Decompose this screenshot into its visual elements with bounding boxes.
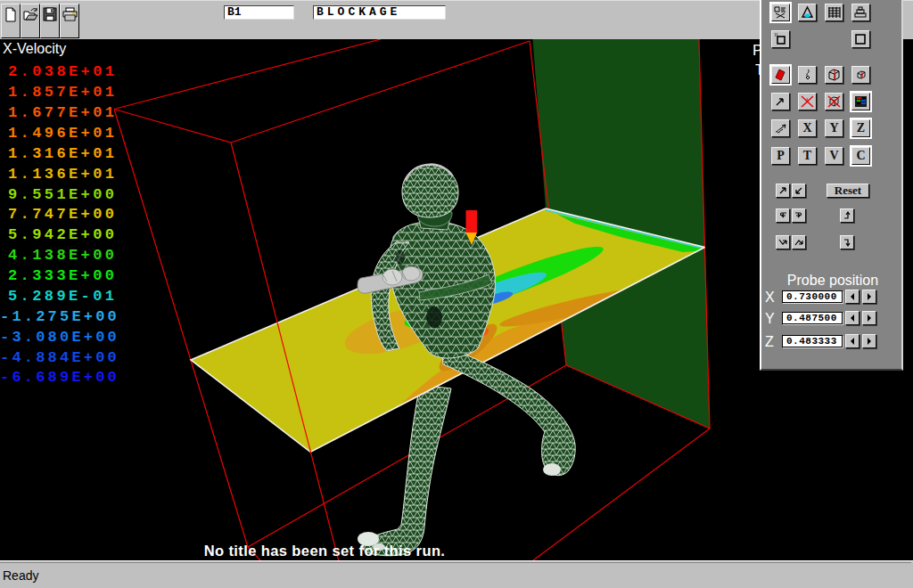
svg-text:No title has been set for this: No title has been set for this run. [204,543,446,559]
